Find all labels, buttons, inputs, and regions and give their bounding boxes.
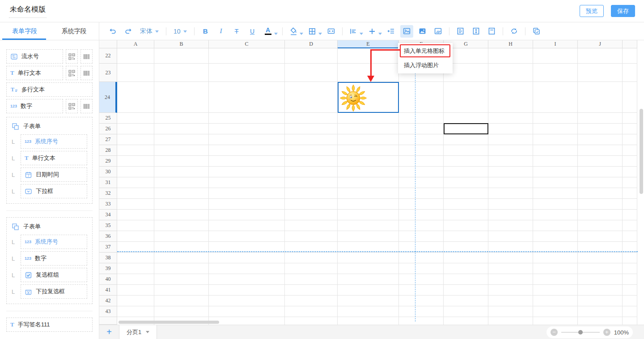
field-item[interactable]: 123系统序号 xyxy=(21,235,87,249)
cell-E37[interactable] xyxy=(338,242,399,253)
cell-C34[interactable] xyxy=(209,210,285,220)
cell-H30[interactable] xyxy=(488,167,533,177)
cell-K22[interactable] xyxy=(623,48,637,64)
borders-button[interactable] xyxy=(306,25,319,38)
cell-A26[interactable] xyxy=(117,124,154,134)
row-header-43[interactable]: 43 xyxy=(99,306,117,317)
cell-K36[interactable] xyxy=(623,231,637,242)
column-header-E[interactable]: E xyxy=(338,40,399,48)
cell-H32[interactable] xyxy=(488,188,533,199)
insert-image-button[interactable] xyxy=(400,25,413,38)
cell-F35[interactable] xyxy=(399,220,444,231)
subform-group[interactable]: 子表单L123系统序号LT单行文本L7日期时间L下拉框 xyxy=(6,117,93,204)
cell-B43[interactable] xyxy=(154,306,209,317)
cell-E36[interactable] xyxy=(338,231,399,242)
cell-C43[interactable] xyxy=(209,306,285,317)
cell-E23[interactable] xyxy=(338,64,399,82)
cell[interactable] xyxy=(623,317,637,325)
cell-H38[interactable] xyxy=(488,253,533,263)
cell-E40[interactable] xyxy=(338,274,399,285)
cell-D36[interactable] xyxy=(285,231,338,242)
cell-H28[interactable] xyxy=(488,145,533,156)
cell-F36[interactable] xyxy=(399,231,444,242)
refresh-button[interactable] xyxy=(508,25,521,38)
menu-item-insert-floating-image[interactable]: 插入浮动图片 xyxy=(398,58,453,73)
cell[interactable] xyxy=(209,317,285,325)
row-header-23[interactable]: 23 xyxy=(99,64,117,82)
preview-button[interactable]: 预览 xyxy=(580,5,604,17)
cell-K29[interactable] xyxy=(623,156,637,167)
cell-D32[interactable] xyxy=(285,188,338,199)
cell-I27[interactable] xyxy=(533,134,578,145)
cell-D22[interactable] xyxy=(285,48,338,64)
cell-K25[interactable] xyxy=(623,113,637,124)
cell-I23[interactable] xyxy=(533,64,578,82)
cell-I33[interactable] xyxy=(533,199,578,210)
cell-H36[interactable] xyxy=(488,231,533,242)
field-item[interactable]: 下拉框 xyxy=(21,184,87,198)
cell-D24[interactable] xyxy=(285,82,338,113)
cell[interactable] xyxy=(338,317,399,325)
cell-J31[interactable] xyxy=(578,177,623,188)
cell-E24[interactable] xyxy=(338,82,399,113)
cell-B41[interactable] xyxy=(154,285,209,296)
cell-G35[interactable] xyxy=(444,220,488,231)
cell-C26[interactable] xyxy=(209,124,285,134)
field-item[interactable]: 123数字 xyxy=(6,99,63,113)
cell-C22[interactable] xyxy=(209,48,285,64)
cell-B36[interactable] xyxy=(154,231,209,242)
column-header-A[interactable]: A xyxy=(117,40,154,48)
cell-B30[interactable] xyxy=(154,167,209,177)
cell-K37[interactable] xyxy=(623,242,637,253)
cell-E33[interactable] xyxy=(338,199,399,210)
cell-D37[interactable] xyxy=(285,242,338,253)
cell-B38[interactable] xyxy=(154,253,209,263)
font-size-select[interactable]: 10 xyxy=(170,28,190,35)
cell-J34[interactable] xyxy=(578,210,623,220)
cell-K35[interactable] xyxy=(623,220,637,231)
cell-E41[interactable] xyxy=(338,285,399,296)
bold-button[interactable]: B xyxy=(199,25,212,38)
insert-button[interactable] xyxy=(366,25,379,38)
cell-D26[interactable] xyxy=(285,124,338,134)
cell-D38[interactable] xyxy=(285,253,338,263)
row-header-35[interactable]: 35 xyxy=(99,220,117,231)
qr-option[interactable] xyxy=(66,66,78,80)
outdent-button[interactable] xyxy=(385,25,398,38)
cell-J27[interactable] xyxy=(578,134,623,145)
cell-D39[interactable] xyxy=(285,263,338,274)
column-header-J[interactable]: J xyxy=(578,40,623,48)
cell-F25[interactable] xyxy=(399,113,444,124)
row-header-34[interactable]: 34 xyxy=(99,210,117,220)
cell-J24[interactable] xyxy=(578,82,623,113)
cell-J23[interactable] xyxy=(578,64,623,82)
cell-A38[interactable] xyxy=(117,253,154,263)
cell-F42[interactable] xyxy=(399,296,444,306)
barcode-option[interactable] xyxy=(80,99,93,113)
copy-button[interactable] xyxy=(530,25,543,38)
cell-G39[interactable] xyxy=(444,263,488,274)
row-header-24[interactable]: 24 xyxy=(99,82,117,113)
page-header-button[interactable] xyxy=(485,25,498,38)
cell-E39[interactable] xyxy=(338,263,399,274)
cell-I30[interactable] xyxy=(533,167,578,177)
cell-A34[interactable] xyxy=(117,210,154,220)
row-header-41[interactable]: 41 xyxy=(99,285,117,296)
cell-C32[interactable] xyxy=(209,188,285,199)
cell[interactable] xyxy=(533,317,578,325)
corner-header[interactable] xyxy=(99,40,117,48)
cell-G32[interactable] xyxy=(444,188,488,199)
cell-C37[interactable] xyxy=(209,242,285,253)
cell-F28[interactable] xyxy=(399,145,444,156)
cell-E34[interactable] xyxy=(338,210,399,220)
cell-K41[interactable] xyxy=(623,285,637,296)
cell-J35[interactable] xyxy=(578,220,623,231)
cell-A43[interactable] xyxy=(117,306,154,317)
cell-D41[interactable] xyxy=(285,285,338,296)
cell-I34[interactable] xyxy=(533,210,578,220)
barcode-option[interactable] xyxy=(80,49,93,64)
cell-J41[interactable] xyxy=(578,285,623,296)
cell-I43[interactable] xyxy=(533,306,578,317)
cell-J26[interactable] xyxy=(578,124,623,134)
cell-K27[interactable] xyxy=(623,134,637,145)
